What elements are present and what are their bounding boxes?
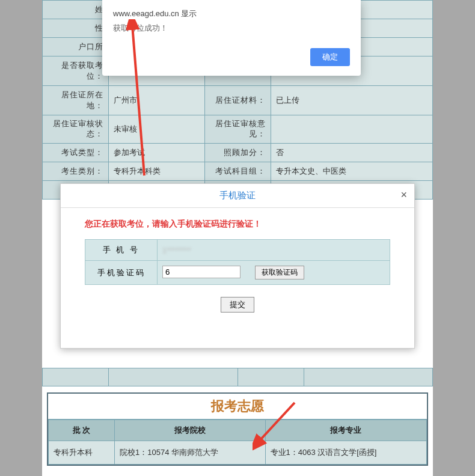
close-icon[interactable]: × xyxy=(400,189,407,201)
value-candidate: 专科升本科类 xyxy=(109,162,205,180)
phone-modal-header: 手机验证 × xyxy=(61,184,414,208)
button-bar: 修改报名信息 学历验证 上传附件 获取考位 修改联系手机 打 印 网上交费 退 … xyxy=(42,472,433,476)
phone-form: 手 机 号 1******** 手机验证码 获取验证码 xyxy=(85,239,390,285)
label-opinion: 居住证审核意见： xyxy=(204,115,271,144)
phone-code-label: 手机验证码 xyxy=(85,261,158,285)
label-bonus: 照顾加分： xyxy=(204,143,271,162)
label-residence: 居住证所在地： xyxy=(43,86,109,115)
phone-submit-row: 提交 xyxy=(85,297,390,313)
value-bonus: 否 xyxy=(271,143,432,162)
value-review: 未审核 xyxy=(109,115,205,144)
phone-number-value: 1******** xyxy=(162,246,191,255)
label-seat: 是否获取考位： xyxy=(43,56,109,86)
phone-number-cell: 1******** xyxy=(158,240,390,261)
value-material: 已上传 xyxy=(271,86,432,115)
phone-modal-warning: 您正在获取考位，请输入手机验证码进行验证！ xyxy=(85,219,390,230)
wish-col-major: 报考专业 xyxy=(265,420,427,441)
alert-message: 获取考位成功！ xyxy=(113,23,350,34)
wish-school-value: 院校1：10574 华南师范大学 xyxy=(115,441,266,464)
filler-value-b xyxy=(304,368,433,386)
phone-submit-button[interactable]: 提交 xyxy=(221,297,254,313)
browser-alert: www.eeagd.edu.cn 显示 获取考位成功！ 确定 xyxy=(102,0,361,76)
label-name: 姓 xyxy=(43,1,109,19)
wish-table: 批 次 报考院校 报考专业 专科升本科 院校1：10574 华南师范大学 专业1… xyxy=(48,420,427,465)
label-candidate: 考生类别： xyxy=(43,162,109,180)
label-review: 居住证审核状态： xyxy=(43,115,109,144)
value-subjects: 专升本文史、中医类 xyxy=(271,162,432,180)
filler-table xyxy=(42,368,433,386)
value-residence: 广州市 xyxy=(109,86,205,115)
alert-ok-button[interactable]: 确定 xyxy=(310,48,350,66)
value-exam-type: 参加考试 xyxy=(109,143,205,162)
wish-batch-value: 专科升本科 xyxy=(49,441,115,464)
wish-col-school: 报考院校 xyxy=(115,420,266,441)
alert-domain: www.eeagd.edu.cn 显示 xyxy=(113,8,350,19)
label-sex: 性 xyxy=(43,19,109,38)
wish-box: 报考志愿 批 次 报考院校 报考专业 专科升本科 院校1：10574 华南师范大… xyxy=(47,392,428,466)
filler-value-a xyxy=(109,368,238,386)
wish-major-value: 专业1：4063 汉语言文学[函授] xyxy=(265,441,427,464)
filler-label-b xyxy=(238,368,304,386)
wish-title: 报考志愿 xyxy=(48,394,427,420)
phone-code-cell: 获取验证码 xyxy=(158,261,390,285)
wish-col-batch: 批 次 xyxy=(49,420,115,441)
label-subjects: 考试科目组： xyxy=(204,162,271,180)
filler-label-a xyxy=(43,368,109,386)
label-hukou: 户口所 xyxy=(43,38,109,56)
phone-code-input[interactable] xyxy=(162,266,241,278)
phone-modal-body: 您正在获取考位，请输入手机验证码进行验证！ 手 机 号 1******** 手机… xyxy=(61,208,414,323)
phone-number-label: 手 机 号 xyxy=(85,240,158,261)
phone-verify-modal: 手机验证 × 您正在获取考位，请输入手机验证码进行验证！ 手 机 号 1****… xyxy=(60,183,415,349)
value-opinion xyxy=(271,115,432,144)
label-exam-type: 考试类型： xyxy=(43,143,109,162)
phone-modal-title: 手机验证 xyxy=(219,190,256,200)
get-code-button[interactable]: 获取验证码 xyxy=(255,266,304,279)
label-material: 居住证材料： xyxy=(204,86,271,115)
